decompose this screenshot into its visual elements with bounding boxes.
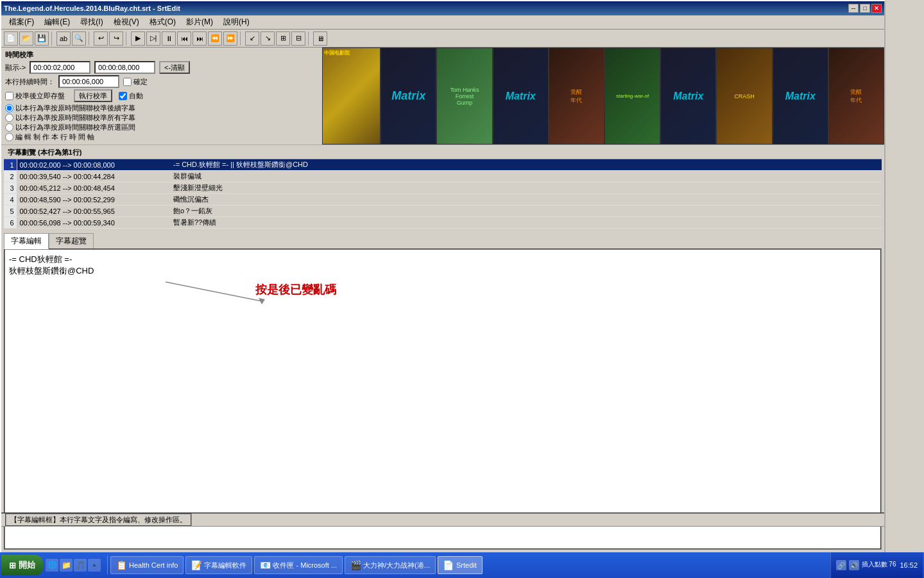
confirm-checkbox[interactable] — [123, 78, 132, 86]
duration-row: 本行持續時間： 確定 — [5, 75, 318, 88]
taskbar-item-outlook[interactable]: 📧 收件匣 - Microsoft ... — [254, 556, 343, 574]
title-bar-controls: ─ □ ✕ — [848, 4, 882, 13]
maximize-button[interactable]: □ — [860, 4, 870, 13]
taskbar-item-subtitle-editor[interactable]: 📝 字幕編輯軟件 — [185, 556, 252, 574]
taskbar-item-srtedit[interactable]: 📄 Srtedit — [438, 556, 483, 574]
table-row[interactable]: 6 00:00:56,098 --> 00:00:59,340 暫暑新??傳績 — [4, 217, 882, 229]
row-num: 5 — [4, 206, 17, 217]
menu-edit[interactable]: 編輯(E) — [39, 15, 75, 29]
auto-checkbox[interactable] — [119, 92, 127, 100]
row-num: 6 — [4, 217, 17, 229]
toolbar-next-frame[interactable]: ⏭ — [193, 31, 207, 46]
close-button[interactable]: ✕ — [871, 4, 882, 13]
minimize-button[interactable]: ─ — [848, 4, 859, 13]
table-row[interactable]: 3 00:00:45,212 --> 00:00:48,454 墾淺新澄壁細光 — [4, 182, 882, 194]
toolbar-play2[interactable]: ▷| — [146, 31, 160, 46]
title-bar: The.Legend.of.Hercules.2014.BluRay.cht.s… — [1, 1, 884, 15]
exec-calibrate-button[interactable]: 執行校準 — [74, 89, 112, 102]
toolbar-sep5 — [308, 31, 311, 46]
toolbar-save[interactable]: 💾 — [35, 31, 49, 46]
quick-media-icon[interactable]: 🎵 — [74, 559, 87, 572]
toolbar-prev[interactable]: ⏮ — [177, 31, 191, 46]
toolbar-extra1[interactable]: ⊞ — [276, 31, 290, 46]
save-checkbox[interactable] — [5, 92, 13, 100]
outlook-icon: 📧 — [260, 560, 270, 570]
status-text: 【字幕編輯框】本行字幕文字及指令編寫、修改操作區。 — [5, 513, 192, 527]
time-label-row: 時間校準 — [5, 50, 318, 60]
table-row[interactable]: 4 00:00:48,590 --> 00:00:52,299 磡憔沉偏杰 — [4, 194, 882, 206]
tray-volume-icon[interactable]: 🔊 — [849, 560, 859, 570]
taskbar-item-health[interactable]: 📋 Health Cert info — [110, 556, 184, 574]
radio-input-2[interactable] — [5, 114, 13, 122]
thumb-3[interactable]: Tom HanksForrestGump — [436, 48, 492, 144]
time-input-end[interactable] — [94, 61, 155, 74]
radio-option-4: 編 輯 制 作 本 行 時 間 軸 — [5, 132, 318, 142]
time-input-start[interactable] — [30, 61, 90, 74]
edit-tabs: 字幕編輯 字幕趤覽 — [1, 230, 884, 249]
toolbar-find[interactable]: 🔍 — [72, 31, 86, 46]
taskbar-divider — [107, 556, 108, 575]
table-row[interactable]: 1 00:00:02,000 --> 00:00:08,000 -= CHD.狄… — [4, 159, 882, 171]
tray-network-icon[interactable]: 🔗 — [836, 560, 846, 570]
quick-folder-icon[interactable]: 📁 — [60, 559, 73, 572]
thumb-6[interactable]: starting-war-of — [604, 48, 660, 144]
taskbar-clock[interactable]: 16:52 — [900, 561, 918, 569]
health-cert-icon: 📋 — [116, 560, 126, 570]
toolbar-open[interactable]: 📂 — [19, 31, 33, 46]
thumb-2[interactable]: Matrix — [381, 48, 436, 144]
thumb-9[interactable]: Matrix — [773, 48, 828, 144]
quick-expand-icon[interactable]: » — [88, 559, 101, 572]
quick-ie-icon[interactable]: 🌐 — [46, 559, 58, 572]
toolbar-redo[interactable]: ↪ — [109, 31, 123, 46]
toolbar-play[interactable]: ▶ — [131, 31, 145, 46]
toolbar-spellcheck[interactable]: ab — [56, 31, 71, 46]
radio-options-area: 以本行為準按原時間關聯校準後續字幕 以本行為準按原時間關聯校準所有字幕 以本行為… — [5, 103, 318, 142]
toolbar-forward[interactable]: ⏩ — [223, 31, 237, 46]
duration-input[interactable] — [58, 75, 119, 88]
srtedit-icon: 📄 — [443, 560, 454, 570]
menu-help[interactable]: 說明(H) — [218, 15, 255, 29]
edit-line-1: -= CHD狄輕館 =- — [9, 254, 877, 265]
start-button[interactable]: ⊞ 開始 — [1, 555, 43, 575]
taskbar-item-hercules[interactable]: 🎬 大力神/大力战神(港... — [345, 556, 436, 574]
toolbar-pause[interactable]: ⏸ — [162, 31, 176, 46]
row-text: 裝群偏城 — [171, 171, 882, 182]
toolbar-mark-out[interactable]: ↘ — [261, 31, 275, 46]
tab-preview[interactable]: 字幕趤覽 — [49, 233, 94, 249]
annotation-text: 按是後已變亂碼 — [255, 282, 336, 297]
menu-view[interactable]: 檢視(V) — [108, 15, 144, 29]
toolbar-new[interactable]: 📄 — [4, 31, 18, 46]
toolbar-back[interactable]: ⏪ — [208, 31, 222, 46]
row-text: 磡憔沉偏杰 — [171, 194, 882, 206]
toolbar-extra2[interactable]: ⊟ — [291, 31, 305, 46]
save-checkbox-label: 校準後立即存盤 — [5, 91, 65, 101]
thumb-4[interactable]: Matrix — [493, 48, 549, 144]
toolbar-mark-in[interactable]: ↙ — [245, 31, 259, 46]
table-row[interactable]: 5 00:00:52,427 --> 00:00:55,965 飽ο？一鉛灰 — [4, 206, 882, 217]
row-text: -= CHD.狄輕館 =- || 狄輕枝盤斯鑽銜@CHD — [171, 159, 882, 171]
thumb-10[interactable]: 觉醒年代 — [828, 48, 884, 144]
status-bar: 【字幕編輯框】本行字幕文字及指令編寫、修改操作區。 — [1, 512, 884, 527]
clear-display-button[interactable]: <-清顯 — [159, 61, 190, 74]
thumb-1[interactable]: 中国电影院 — [322, 48, 381, 144]
menu-video[interactable]: 影片(M) — [181, 15, 218, 29]
tab-edit[interactable]: 字幕編輯 — [4, 233, 49, 249]
thumb-8[interactable]: CRASH — [716, 48, 772, 144]
radio-input-4[interactable] — [5, 133, 13, 141]
time-images-area: 時間校準 顯示-> <-清顯 本行持續時間： 確定 校準後立即存盤 — [1, 48, 884, 145]
thumb-5[interactable]: 觉醒年代 — [549, 48, 604, 144]
thumb-7[interactable]: Matrix — [660, 48, 716, 144]
toolbar-undo[interactable]: ↩ — [94, 31, 108, 46]
time-calibrate-label: 時間校準 — [5, 50, 33, 60]
table-row[interactable]: 2 00:00:39,540 --> 00:00:44,284 裝群偏城 — [4, 171, 882, 182]
menu-file[interactable]: 檔案(F) — [4, 15, 39, 29]
toolbar-extra3[interactable]: 🖥 — [313, 31, 327, 46]
menu-search[interactable]: 尋找(I) — [75, 15, 108, 29]
toolbar-sep2 — [89, 31, 91, 46]
radio-input-1[interactable] — [5, 104, 13, 112]
subtitle-scroll[interactable]: 1 00:00:02,000 --> 00:00:08,000 -= CHD.狄… — [4, 159, 882, 229]
subtitle-table: 1 00:00:02,000 --> 00:00:08,000 -= CHD.狄… — [4, 159, 882, 229]
edit-area-wrapper: -= CHD狄輕館 =- 狄輕枝盤斯鑽銜@CHD 按是後已變亂碼 — [4, 249, 882, 550]
menu-format[interactable]: 格式(O) — [144, 15, 181, 29]
radio-input-3[interactable] — [5, 123, 13, 132]
